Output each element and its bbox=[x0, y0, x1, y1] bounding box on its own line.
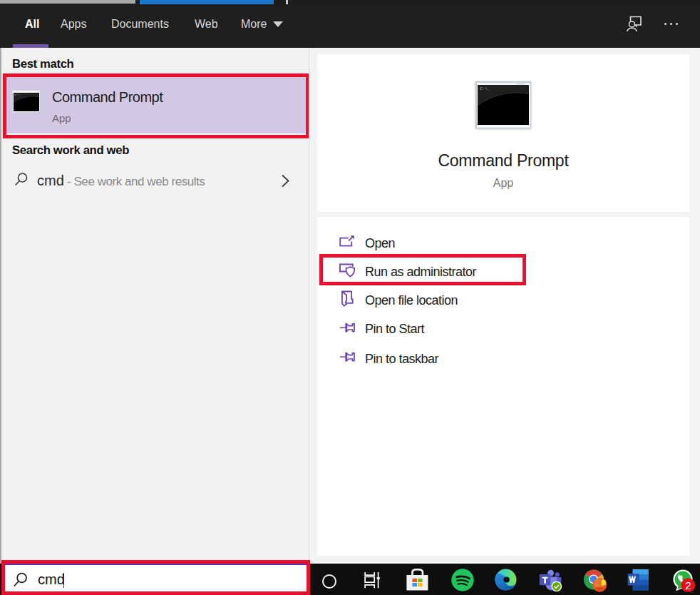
svg-text:2: 2 bbox=[685, 579, 691, 591]
